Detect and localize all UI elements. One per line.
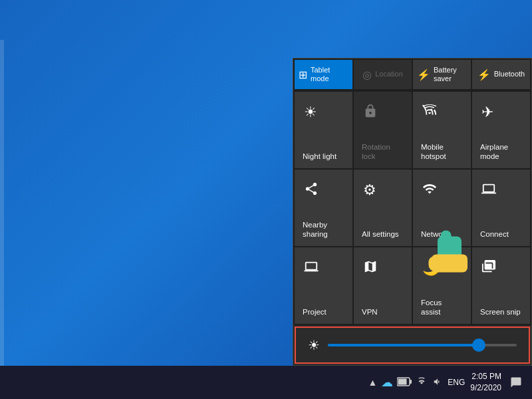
tile-vpn[interactable]: VPN: [354, 247, 412, 324]
vpn-icon: [363, 259, 378, 278]
connect-label: Connect: [480, 230, 509, 239]
tile-connect[interactable]: Connect: [472, 170, 530, 246]
tile-location[interactable]: ◎ Location: [354, 60, 412, 89]
tile-bluetooth[interactable]: ⚡ Bluetooth: [472, 60, 530, 89]
nearby-sharing-label: Nearby sharing: [303, 221, 344, 239]
rotation-lock-label: Rotation lock: [362, 143, 404, 162]
tile-focus-assist[interactable]: 🌙 Focus assist: [413, 247, 471, 324]
tile-rotation-lock[interactable]: Rotation lock: [354, 92, 412, 168]
rotation-lock-icon: [363, 104, 378, 122]
taskbar-strip: [0, 40, 4, 366]
action-center: ⊞ Tablet mode ◎ Location ⚡ Battery saver…: [293, 58, 532, 366]
vpn-label: VPN: [362, 308, 378, 317]
screen-snip-icon: [481, 259, 496, 278]
battery-saver-icon: ⚡: [417, 68, 430, 81]
battery-saver-label: Battery saver: [434, 66, 467, 83]
language-indicator[interactable]: ENG: [448, 378, 465, 387]
network-icon: [422, 182, 437, 200]
tile-mobile-hotspot[interactable]: Mobile hotspot: [413, 92, 471, 168]
project-label: Project: [303, 308, 327, 317]
tablet-mode-icon: ⊞: [299, 68, 307, 81]
tablet-mode-label: Tablet mode: [311, 66, 348, 83]
time-display: 2:05 PM: [470, 371, 501, 382]
location-label: Location: [375, 70, 403, 78]
date-display: 9/2/2020: [470, 382, 501, 394]
mobile-hotspot-icon: [422, 104, 437, 122]
connect-icon: [481, 182, 496, 200]
project-icon: [304, 259, 319, 278]
main-tiles-grid: ☀ Night light Rotation lock: [293, 90, 531, 325]
svg-rect-5: [398, 378, 407, 384]
notification-center-button[interactable]: [507, 373, 525, 392]
taskbar: ▲ ☁ ENG 2:05 PM: [0, 366, 532, 399]
tile-nearby-sharing[interactable]: Nearby sharing: [295, 170, 352, 246]
focus-assist-label: Focus assist: [421, 299, 463, 317]
airplane-mode-icon: ✈: [481, 104, 493, 121]
nearby-sharing-icon: [304, 182, 319, 200]
brightness-track: [328, 344, 517, 346]
location-icon: ◎: [362, 68, 372, 81]
network-label: Network: [421, 230, 449, 239]
brightness-fill: [328, 344, 479, 346]
brightness-icon: ☀: [308, 337, 320, 353]
tile-all-settings[interactable]: ⚙ All settings: [354, 170, 412, 246]
brightness-thumb[interactable]: [472, 338, 485, 352]
tile-tablet-mode[interactable]: ⊞ Tablet mode: [295, 60, 352, 89]
all-settings-icon: ⚙: [363, 182, 376, 199]
all-settings-label: All settings: [362, 230, 399, 239]
chevron-up-icon[interactable]: ▲: [368, 377, 377, 388]
brightness-area: ☀: [295, 327, 530, 364]
tile-screen-snip[interactable]: Screen snip: [472, 247, 530, 324]
bluetooth-label: Bluetooth: [494, 70, 525, 78]
tile-night-light[interactable]: ☀ Night light: [295, 92, 352, 168]
desktop: ⊞ Tablet mode ◎ Location ⚡ Battery saver…: [0, 0, 532, 399]
night-light-label: Night light: [303, 152, 336, 162]
bluetooth-icon: ⚡: [477, 68, 491, 81]
taskbar-system-icons: ▲ ☁ ENG: [368, 375, 465, 390]
top-tiles-row: ⊞ Tablet mode ◎ Location ⚡ Battery saver…: [293, 59, 531, 90]
screen-snip-label: Screen snip: [480, 308, 521, 317]
tile-battery-saver[interactable]: ⚡ Battery saver: [413, 60, 471, 89]
svg-rect-6: [410, 380, 412, 384]
focus-assist-icon: 🌙: [422, 259, 440, 277]
mobile-hotspot-label: Mobile hotspot: [421, 143, 463, 162]
tile-airplane-mode[interactable]: ✈ Airplane mode: [472, 92, 530, 168]
tile-network[interactable]: Network: [413, 170, 471, 246]
battery-icon[interactable]: [397, 377, 412, 388]
taskbar-time[interactable]: 2:05 PM 9/2/2020: [470, 371, 501, 394]
tile-project[interactable]: Project: [295, 247, 352, 324]
airplane-mode-label: Airplane mode: [480, 143, 522, 162]
brightness-slider-container[interactable]: [328, 337, 517, 353]
onedrive-icon[interactable]: ☁: [381, 375, 393, 390]
night-light-icon: ☀: [304, 104, 317, 121]
wifi-icon[interactable]: [416, 377, 428, 388]
volume-icon[interactable]: [432, 377, 444, 388]
